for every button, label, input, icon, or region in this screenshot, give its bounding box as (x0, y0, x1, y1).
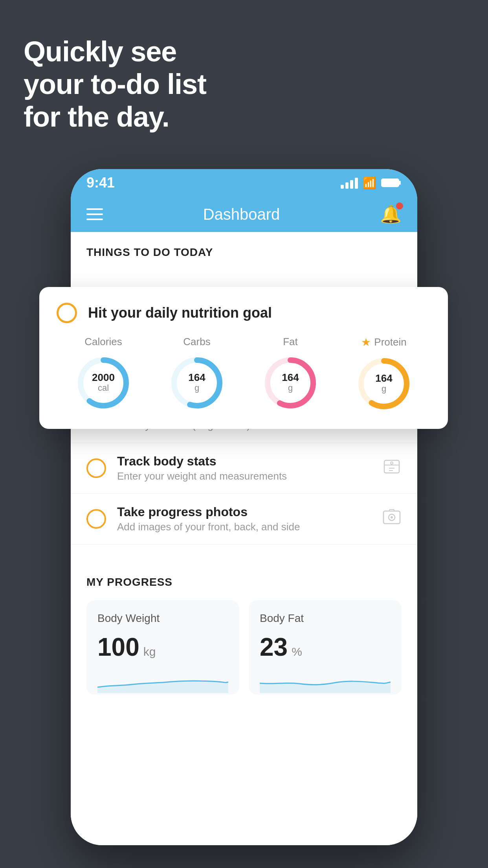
body-fat-value: 23 % (260, 633, 391, 662)
task-item-body-stats[interactable]: Track body stats Enter your weight and m… (71, 443, 417, 494)
svg-text:2000: 2000 (92, 371, 115, 383)
nutrition-checkbox[interactable] (57, 303, 77, 323)
notification-bell[interactable]: 🔔 (380, 204, 402, 224)
battery-icon (381, 177, 402, 188)
wifi-icon: 📶 (363, 177, 376, 189)
hamburger-menu[interactable] (86, 208, 103, 220)
progress-section: MY PROGRESS Body Weight 100 kg Bod (71, 560, 417, 695)
things-section-header: THINGS TO DO TODAY (71, 232, 417, 267)
signal-icon (341, 177, 358, 189)
task-name-photos: Take progress photos (117, 505, 382, 519)
svg-text:164: 164 (375, 372, 393, 384)
nutrition-card: Hit your daily nutrition goal Calories 2… (39, 287, 448, 429)
task-item-photos[interactable]: Take progress photos Add images of your … (71, 494, 417, 544)
macro-protein-label: ★ Protein (361, 336, 406, 349)
body-weight-number: 100 (97, 633, 139, 662)
app-header: Dashboard 🔔 (71, 197, 417, 232)
task-text-body-stats: Track body stats Enter your weight and m… (117, 454, 382, 482)
carbs-donut: 164 g (167, 353, 226, 412)
progress-cards: Body Weight 100 kg Body Fat 23 % (86, 600, 402, 695)
calories-donut: 2000 cal (74, 353, 133, 412)
fat-donut: 164 g (261, 353, 320, 412)
body-weight-value: 100 kg (97, 633, 228, 662)
phone-mockup: 9:41 📶 Dashboard 🔔 (71, 169, 417, 845)
body-fat-number: 23 (260, 633, 288, 662)
svg-text:g: g (194, 383, 199, 393)
photo-icon (382, 507, 402, 531)
macro-calories-label: Calories (84, 336, 122, 348)
task-checkbox-photos[interactable] (86, 509, 106, 529)
body-weight-label: Body Weight (97, 612, 228, 625)
macro-carbs-label: Carbs (183, 336, 210, 348)
svg-rect-1 (382, 180, 398, 186)
task-text-photos: Take progress photos Add images of your … (117, 505, 382, 533)
macro-carbs: Carbs 164 g (167, 336, 226, 412)
macro-calories: Calories 2000 cal (74, 336, 133, 412)
task-desc-photos: Add images of your front, back, and side (117, 521, 382, 533)
macro-fat-label: Fat (283, 336, 298, 348)
body-weight-card[interactable]: Body Weight 100 kg (86, 600, 239, 695)
protein-donut: 164 g (354, 354, 413, 413)
body-fat-unit: % (292, 645, 302, 658)
hero-line2: your to-do list (24, 68, 206, 101)
progress-title: MY PROGRESS (86, 576, 402, 588)
scale-icon (382, 456, 402, 480)
svg-point-11 (391, 516, 393, 519)
hero-text: Quickly see your to-do list for the day. (24, 35, 206, 133)
task-desc-body-stats: Enter your weight and measurements (117, 470, 382, 482)
body-fat-chart (260, 669, 391, 693)
status-time: 9:41 (86, 175, 115, 191)
macros-row: Calories 2000 cal Carbs 164 g Fat (57, 336, 431, 413)
nutrition-card-header: Hit your daily nutrition goal (57, 303, 431, 323)
nutrition-card-title: Hit your daily nutrition goal (88, 305, 272, 321)
status-bar: 9:41 📶 (71, 169, 417, 197)
svg-text:g: g (382, 384, 386, 394)
svg-point-6 (391, 462, 393, 464)
body-weight-chart (97, 669, 228, 693)
macro-protein: ★ Protein 164 g (354, 336, 413, 413)
svg-text:cal: cal (98, 383, 109, 393)
header-title: Dashboard (203, 206, 280, 223)
body-fat-card[interactable]: Body Fat 23 % (249, 600, 402, 695)
hero-line1: Quickly see (24, 35, 206, 68)
notification-dot (396, 202, 403, 210)
task-name-body-stats: Track body stats (117, 454, 382, 469)
body-weight-unit: kg (143, 645, 156, 658)
status-icons: 📶 (341, 177, 402, 189)
macro-fat: Fat 164 g (261, 336, 320, 412)
svg-rect-2 (399, 181, 401, 185)
hero-line3: for the day. (24, 101, 206, 133)
things-title: THINGS TO DO TODAY (86, 246, 402, 259)
task-checkbox-body-stats[interactable] (86, 458, 106, 478)
svg-text:164: 164 (188, 371, 205, 383)
svg-text:g: g (288, 383, 293, 393)
svg-text:164: 164 (282, 371, 299, 383)
body-fat-label: Body Fat (260, 612, 391, 625)
star-icon: ★ (361, 336, 371, 349)
